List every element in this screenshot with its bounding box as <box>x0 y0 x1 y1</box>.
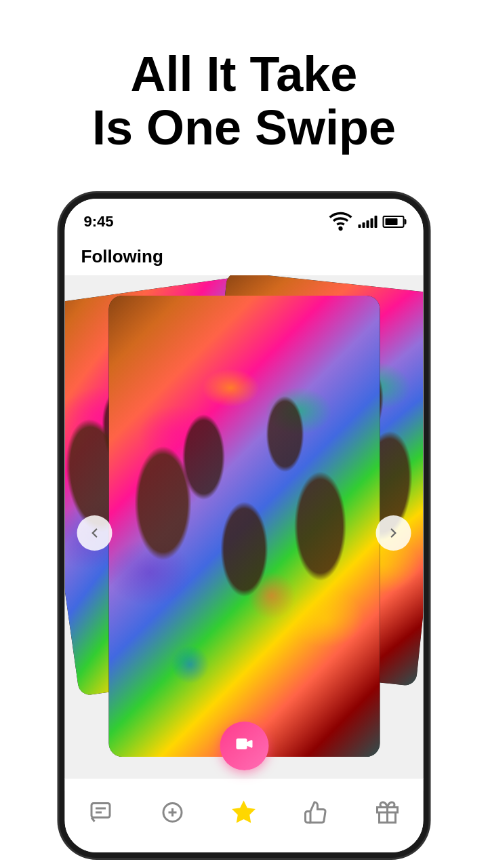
nav-item-like[interactable] <box>304 800 328 825</box>
hero-title-block: All It Take Is One Swipe <box>0 0 488 175</box>
swipe-left-button[interactable] <box>77 515 113 551</box>
phone-screen: 9:45 <box>65 199 424 852</box>
signal-icon <box>359 216 378 228</box>
svg-point-0 <box>340 228 342 230</box>
nav-item-add[interactable] <box>160 800 184 825</box>
svg-marker-7 <box>234 802 254 822</box>
svg-rect-1 <box>92 803 110 817</box>
status-icons <box>329 208 405 235</box>
following-header: Following <box>65 241 424 275</box>
card-main[interactable] <box>108 296 380 757</box>
status-bar: 9:45 <box>65 199 424 241</box>
wifi-icon <box>329 208 353 235</box>
video-icon <box>233 733 255 760</box>
battery-icon <box>383 216 405 228</box>
add-icon <box>160 800 184 825</box>
following-title: Following <box>81 246 407 267</box>
star-icon <box>232 800 256 825</box>
status-time: 9:45 <box>84 213 114 231</box>
bottom-nav <box>65 778 424 852</box>
chat-icon <box>88 800 113 825</box>
nav-item-star[interactable] <box>232 800 256 825</box>
gift-icon <box>375 800 400 825</box>
hero-line1: All It Take <box>131 47 358 101</box>
hero-line2: Is One Swipe <box>92 100 396 155</box>
like-icon <box>304 800 328 825</box>
swipe-right-button[interactable] <box>376 515 411 551</box>
nav-item-chat[interactable] <box>88 800 113 825</box>
nav-item-gift[interactable] <box>375 800 400 825</box>
phone-mockup: 9:45 <box>60 193 429 858</box>
video-call-button[interactable] <box>220 722 268 770</box>
card-swipe-area[interactable] <box>65 275 424 791</box>
